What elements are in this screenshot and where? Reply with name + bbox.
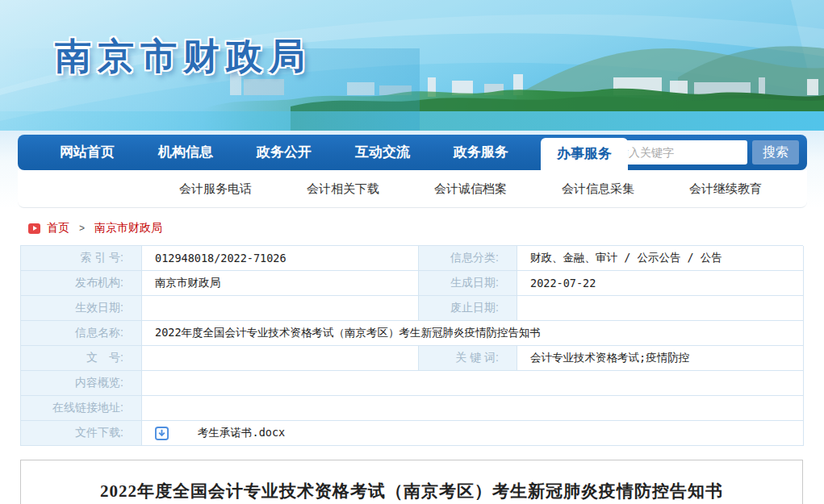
online-link-label: 在线链接地址: (21, 396, 142, 421)
effective-date-value (142, 296, 419, 321)
index-number-value: 012948018/2022-71026 (142, 246, 419, 271)
article-container: 2022年度全国会计专业技术资格考试（南京考区）考生新冠肺炎疫情防控告知书 (20, 460, 803, 504)
publisher-value: 南京市财政局 (142, 271, 419, 296)
online-link-value (142, 396, 804, 421)
repeal-date-label: 废止日期: (419, 296, 517, 321)
submenu-item-info-collection[interactable]: 会计信息采集 (562, 181, 634, 197)
submenu-item-service-phone[interactable]: 会计服务电话 (179, 181, 252, 197)
document-meta-table: 索 引 号: 012948018/2022-71026 信息分类: 财政、金融、… (20, 245, 803, 446)
nav-section: 网站首页 机构信息 政务公开 互动交流 政务服务 办事服务 搜索 会计服务电话 … (0, 131, 824, 208)
file-download-label: 文件下载: (21, 421, 142, 446)
keywords-label: 关 键 词: (419, 346, 517, 371)
info-category-label: 信息分类: (419, 246, 517, 271)
site-title: 南京市财政局 (55, 32, 312, 81)
breadcrumb-play-icon (28, 223, 40, 234)
nav-tab-gov-services[interactable]: 政务服务 (442, 135, 520, 170)
info-category-value: 财政、金融、审计 / 公示公告 / 公告 (517, 246, 804, 271)
content-overview-value (142, 371, 804, 396)
info-name-value: 2022年度全国会计专业技术资格考试（南京考区）考生新冠肺炎疫情防控告知书 (142, 321, 804, 346)
doc-number-label: 文 号: (21, 346, 142, 371)
nav-tab-interaction[interactable]: 互动交流 (344, 135, 421, 170)
submenu-item-credit-files[interactable]: 会计诚信档案 (434, 181, 507, 197)
publisher-label: 发布机构: (21, 271, 142, 296)
doc-number-value (142, 346, 419, 371)
download-icon[interactable] (155, 427, 169, 440)
generate-date-label: 生成日期: (419, 271, 517, 296)
main-nav: 网站首页 机构信息 政务公开 互动交流 政务服务 办事服务 搜索 (18, 135, 807, 170)
generate-date-value: 2022-07-22 (517, 271, 804, 296)
breadcrumb-home-link[interactable]: 首页 (47, 221, 69, 235)
breadcrumb: 首页 > 南京市财政局 (28, 221, 824, 235)
content-overview-label: 内容概览: (21, 371, 142, 396)
index-number-label: 索 引 号: (21, 246, 142, 271)
nav-tab-service-hall-active[interactable]: 办事服务 (541, 138, 628, 176)
submenu-item-downloads[interactable]: 会计相关下载 (307, 181, 379, 197)
nav-tab-gov-disclosure[interactable]: 政务公开 (245, 135, 323, 170)
accounting-submenu: 会计服务电话 会计相关下载 会计诚信档案 会计信息采集 会计继续教育 (18, 170, 807, 208)
search-button[interactable]: 搜索 (752, 140, 799, 165)
site-banner: 南京市财政局 (0, 0, 824, 131)
repeal-date-value (517, 296, 804, 321)
file-download-cell: 考生承诺书.docx (142, 421, 804, 446)
nav-tab-org-info[interactable]: 机构信息 (147, 135, 224, 170)
nav-tab-home[interactable]: 网站首页 (48, 135, 126, 170)
breadcrumb-current-link[interactable]: 南京市财政局 (94, 221, 162, 235)
breadcrumb-separator: > (79, 223, 85, 234)
keywords-value: 会计专业技术资格考试;疫情防控 (517, 346, 804, 371)
article-title: 2022年度全国会计专业技术资格考试（南京考区）考生新冠肺炎疫情防控告知书 (21, 480, 802, 502)
download-file-link[interactable]: 考生承诺书.docx (198, 426, 285, 440)
submenu-item-continuing-education[interactable]: 会计继续教育 (689, 181, 762, 197)
effective-date-label: 生效日期: (21, 296, 142, 321)
info-name-label: 信息名称: (21, 321, 142, 346)
